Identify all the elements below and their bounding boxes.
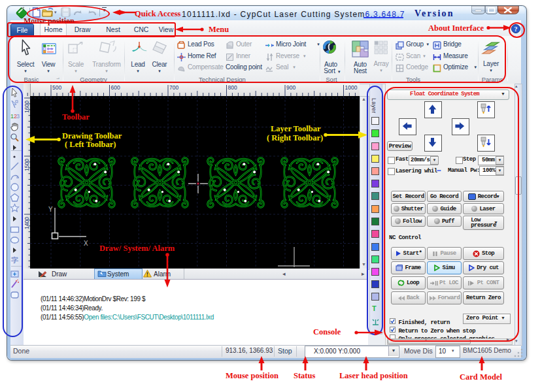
svg-text:1500: 1500	[24, 159, 30, 171]
svg-text:1400: 1400	[24, 217, 30, 229]
svg-text:Y: Y	[48, 206, 53, 213]
svg-text:900: 900	[286, 84, 295, 91]
svg-text:1000: 1000	[345, 84, 358, 91]
svg-text:600: 600	[111, 84, 120, 91]
svg-text:800: 800	[228, 84, 237, 91]
svg-text:500: 500	[52, 84, 61, 91]
svg-text:1600: 1600	[24, 101, 30, 113]
svg-text:700: 700	[169, 84, 178, 91]
svg-text:X: X	[84, 240, 88, 247]
